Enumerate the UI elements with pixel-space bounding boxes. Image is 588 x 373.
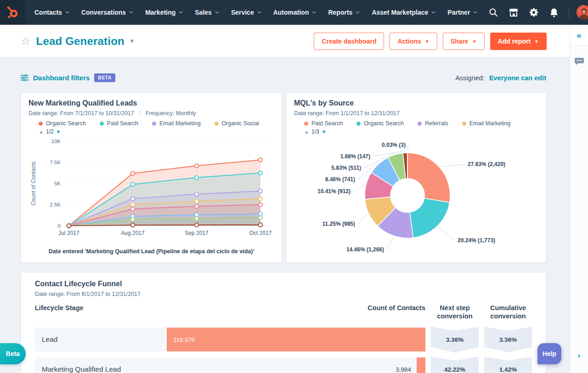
legend-dot-icon [152, 122, 156, 126]
funnel-count: 118,570 [173, 328, 195, 351]
dashboard-filters-label: Dashboard filters [33, 74, 90, 82]
funnel-row-strip: Lead118,570 [35, 328, 425, 351]
nav-item-service[interactable]: Service [225, 0, 267, 25]
share-button[interactable]: Share▼ [443, 33, 485, 50]
legend-label: Email Marketing [469, 120, 511, 127]
beta-badge: BETA [94, 73, 115, 82]
legend-label: Organic Social [222, 120, 259, 127]
donut-slice[interactable] [407, 153, 450, 202]
legend-item-organic-social[interactable]: Organic Social [215, 120, 259, 127]
chevron-down-icon [257, 11, 261, 14]
marketplace-icon[interactable] [503, 0, 524, 25]
legend-pager: ▲ 1/2 ▼ [39, 128, 274, 135]
collapse-sidebar-icon[interactable]: « [570, 25, 588, 46]
dashboard-title-caret-icon[interactable]: ▼ [129, 38, 135, 45]
funnel-bar[interactable] [167, 328, 425, 351]
nav-item-sales[interactable]: Sales [189, 0, 225, 25]
search-icon[interactable] [483, 0, 503, 25]
funnel-bar-zone: 118,570 [167, 328, 425, 351]
donut-slice-label: 10.41% (912) [317, 188, 351, 195]
legend-item-email-marketing[interactable]: Email Marketing [462, 120, 511, 127]
svg-text:2.5K: 2.5K [50, 202, 61, 207]
svg-text:Sep 2017: Sep 2017 [185, 230, 209, 236]
legend-item-organic-search[interactable]: Organic Search [356, 120, 404, 127]
nav-item-label: Service [231, 9, 254, 16]
legend-page-down-icon[interactable]: ▼ [322, 129, 327, 134]
funnel-column-headers: Lifecycle Stage Count of Contacts Next s… [35, 304, 532, 320]
dashboard-filters-button[interactable]: Dashboard filters BETA [21, 73, 115, 82]
legend-item-email-marketing[interactable]: Email Marketing [152, 120, 201, 127]
nav-item-marketing[interactable]: Marketing [139, 0, 189, 25]
assigned-value-link[interactable]: Everyone can edit [489, 74, 546, 82]
svg-text:Oct 2017: Oct 2017 [249, 230, 272, 236]
filters-row: Dashboard filters BETA Assigned: Everyon… [21, 73, 546, 82]
notifications-icon[interactable] [544, 0, 564, 25]
nav-item-label: Automation [273, 9, 309, 16]
cumulative-conversion-badge: 1.42% [484, 356, 532, 373]
legend-label: Referrals [425, 120, 448, 127]
account-menu[interactable] [574, 5, 588, 20]
help-button[interactable]: Help [537, 343, 561, 364]
expand-panel-icon[interactable]: › [570, 351, 588, 360]
donut-slice-label: 0.03% (3) [382, 142, 406, 148]
hubspot-logo[interactable] [0, 0, 25, 25]
donut-chart[interactable]: 27.63% (2,420)20.24% (1,773)14.46% (1,26… [294, 136, 527, 256]
nav-item-reports[interactable]: Reports [322, 0, 366, 25]
column-header-count: Count of Contacts [172, 304, 425, 312]
legend-dot-icon [462, 122, 466, 126]
settings-icon[interactable] [524, 0, 544, 25]
column-header-cumulative: Cumulative conversion [484, 304, 532, 320]
legend-pager: ▲ 1/3 ▼ [304, 128, 538, 135]
beta-fab-button[interactable]: Beta [0, 343, 26, 364]
chevron-down-icon [179, 11, 183, 14]
line-chart[interactable]: 02.5K5K7.5K10KCount of ContactsJul 2017A… [28, 136, 274, 245]
legend-item-paid-search[interactable]: Paid Search [304, 120, 343, 127]
svg-text:Jul 2017: Jul 2017 [58, 230, 79, 236]
dashboard-title[interactable]: Lead Generation [36, 35, 124, 48]
add-report-button[interactable]: Add report▼ [490, 33, 547, 50]
nav-item-partner[interactable]: Partner [441, 0, 483, 25]
legend-item-referrals[interactable]: Referrals [418, 120, 448, 127]
chevron-down-icon [129, 11, 133, 14]
report-card-mql-by-source: MQL's by Source Date range: From 1/1/201… [286, 92, 546, 263]
nav-item-label: Marketing [145, 9, 175, 16]
funnel-row-strip: Marketing Qualified Lead3,984 [35, 357, 425, 373]
legend-item-organic-search[interactable]: Organic Search [39, 120, 86, 127]
nav-item-label: Conversations [81, 9, 126, 16]
legend-page-down-icon[interactable]: ▼ [56, 129, 61, 134]
legend-label: Paid Search [311, 120, 343, 127]
svg-text:Aug 2017: Aug 2017 [121, 230, 145, 236]
donut-slice-label: 5.83% (511) [331, 165, 361, 171]
legend-label: Email Marketing [159, 120, 201, 127]
nav-item-automation[interactable]: Automation [267, 0, 322, 25]
chevron-down-icon [215, 11, 219, 14]
create-dashboard-button[interactable]: Create dashboard [314, 33, 384, 50]
favorite-star-icon[interactable]: ☆ [21, 36, 31, 47]
svg-text:Count of Contacts: Count of Contacts [30, 161, 37, 206]
nav-item-asset-marketplace[interactable]: Asset Marketplace [366, 0, 441, 25]
legend-page-up-icon[interactable]: ▲ [304, 129, 309, 134]
nav-item-contacts[interactable]: Contacts [28, 0, 75, 25]
legend-dot-icon [100, 122, 104, 126]
report-title: MQL's by Source [294, 99, 538, 107]
legend-page-up-icon[interactable]: ▲ [39, 129, 44, 134]
funnel-bar[interactable] [417, 357, 425, 373]
svg-text:5K: 5K [54, 181, 61, 186]
svg-text:7.5K: 7.5K [50, 160, 61, 165]
column-header-next-step: Next step conversion [431, 304, 479, 320]
donut-slice[interactable] [410, 198, 450, 238]
donut-slice-label: 27.63% (2,420) [468, 161, 505, 167]
filter-sliders-icon [21, 74, 28, 81]
report-title: Contact Lifecycle Funnel [35, 280, 532, 288]
legend-item-paid-search[interactable]: Paid Search [100, 120, 138, 127]
nav-item-conversations[interactable]: Conversations [75, 0, 139, 25]
actions-button[interactable]: Actions▼ [390, 33, 437, 50]
legend-dot-icon [356, 122, 361, 126]
comments-icon[interactable] [570, 58, 588, 66]
legend-dot-icon [215, 122, 219, 126]
top-navbar: ContactsConversationsMarketingSalesServi… [0, 0, 588, 25]
chevron-down-icon [65, 11, 69, 14]
avatar [577, 5, 588, 20]
divider [140, 110, 140, 117]
x-axis-caption: Date entered 'Marketing Qualified Lead (… [41, 248, 262, 256]
